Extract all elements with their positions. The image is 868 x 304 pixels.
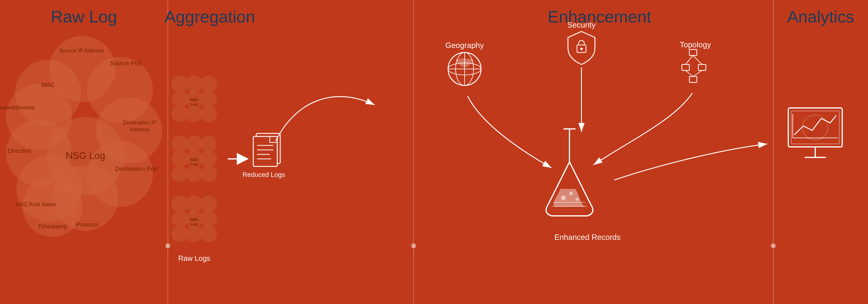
analytics-title: Analytics <box>787 7 854 26</box>
svg-point-9 <box>186 105 203 122</box>
svg-point-29 <box>200 210 217 227</box>
raw-logs-label: Raw Logs <box>178 254 210 262</box>
svg-text:Log: Log <box>191 222 197 226</box>
log-stack-3: NSG Log <box>172 195 217 242</box>
label-geography: Geography <box>445 41 484 50</box>
svg-point-21 <box>200 165 217 182</box>
enhancement-title: Enhancement <box>548 7 651 26</box>
reduced-logs-label: Reduced Logs <box>243 171 285 178</box>
divider-dot-mid <box>411 243 416 248</box>
label-mac: MAC <box>41 82 55 88</box>
svg-point-2 <box>172 75 188 92</box>
label-allowed: Allowed/Blocked <box>0 104 35 111</box>
svg-point-5 <box>172 91 188 107</box>
svg-text:NSG: NSG <box>190 218 198 222</box>
svg-point-3 <box>186 75 203 92</box>
svg-point-4 <box>200 75 217 92</box>
svg-text:Log: Log <box>191 102 197 107</box>
log-stack-2: NSG Log <box>172 135 217 182</box>
svg-point-14 <box>186 135 203 152</box>
divider-dot-left <box>165 243 170 248</box>
label-dest-ip-2: Address <box>130 126 150 132</box>
svg-point-15 <box>200 135 217 152</box>
svg-point-25 <box>186 195 203 212</box>
aggregation-title: Aggregation <box>164 7 255 26</box>
label-direction: Direction <box>8 148 31 154</box>
label-source-ip: Source IP Address <box>59 48 104 54</box>
svg-point-61 <box>561 195 566 200</box>
svg-point-7 <box>200 91 217 107</box>
svg-point-31 <box>186 225 203 242</box>
svg-text:NSG: NSG <box>190 158 198 162</box>
svg-point-10 <box>200 105 217 122</box>
label-nsg-log: NSG Log <box>66 150 105 161</box>
reduced-logs-icon <box>253 133 280 166</box>
svg-point-62 <box>569 191 573 195</box>
label-security: Security <box>567 20 595 29</box>
label-protocol: Protocol <box>76 221 98 228</box>
svg-point-63 <box>576 198 579 201</box>
svg-point-8 <box>172 105 188 122</box>
svg-point-32 <box>200 225 217 242</box>
svg-point-19 <box>172 165 188 182</box>
svg-point-30 <box>172 225 188 242</box>
svg-text:NSG: NSG <box>190 98 198 102</box>
svg-point-27 <box>172 210 188 227</box>
label-source-port: Source Port <box>110 60 142 66</box>
svg-text:Log: Log <box>191 162 197 166</box>
raw-log-title: Raw Log <box>51 7 117 26</box>
svg-point-16 <box>172 151 188 167</box>
icon-geography <box>448 53 481 86</box>
svg-point-13 <box>172 135 188 152</box>
label-nsg-rule: NSG Rule Name <box>16 202 56 208</box>
divider-dot-right <box>771 243 776 248</box>
circle-allowed <box>6 84 72 150</box>
svg-point-20 <box>186 165 203 182</box>
label-topology: Topology <box>680 40 711 49</box>
svg-point-26 <box>200 195 217 212</box>
log-stack-1: NSG Log <box>172 75 217 122</box>
svg-point-24 <box>172 195 188 212</box>
label-dest-port: Destination Port <box>115 165 158 172</box>
label-dest-ip-1: Destination IP <box>123 120 156 126</box>
label-timestamp: Timestamp <box>38 223 67 230</box>
svg-point-51 <box>580 48 583 50</box>
enhanced-records-label: Enhanced Records <box>554 233 620 242</box>
svg-rect-37 <box>253 136 277 166</box>
svg-point-18 <box>200 151 217 167</box>
